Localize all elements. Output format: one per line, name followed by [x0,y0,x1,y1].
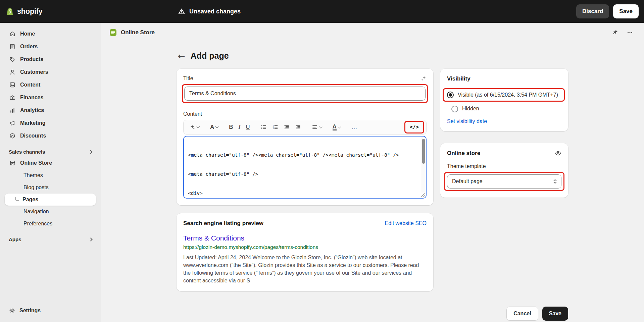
sidebar-item-orders[interactable]: Orders [5,40,96,53]
sidebar-item-settings[interactable]: Settings [5,302,96,319]
chevron-right-icon [89,150,92,154]
ellipsis-icon [627,29,633,36]
editor-scrollbar[interactable] [421,137,426,198]
online-store-card-title: Online store [447,150,480,157]
theme-template-select[interactable]: Default page [447,174,561,189]
bulleted-list-button[interactable] [259,123,268,131]
page-title: Add page [191,51,229,61]
products-icon [9,56,16,63]
svg-text:3: 3 [273,127,274,129]
orders-icon [9,43,16,50]
finances-icon [9,94,16,101]
sidebar-item-analytics[interactable]: Analytics [5,104,96,117]
chevron-right-icon [89,237,92,241]
visibility-option-hidden[interactable]: Hidden [451,105,561,112]
visibility-option-visible[interactable]: Visible (as of 6/15/2024, 3:54 PM GMT+7) [447,91,560,99]
save-button-bottom[interactable]: Save [542,307,568,321]
page-footer-actions: Cancel Save [177,307,568,321]
online-store-icon [9,160,16,166]
sidebar-item-home[interactable]: Home [5,28,96,40]
theme-template-label: Theme template [447,163,561,169]
indent-button[interactable] [293,123,303,131]
title-input[interactable] [184,87,426,101]
annotation-box-theme-template: Default page [444,172,564,191]
numbered-list-icon: 123 [272,124,278,130]
sidebar-item-online-store[interactable]: Online Store [5,157,96,169]
sidebar-item-label: Customers [20,69,48,75]
breadcrumb[interactable]: Online Store [121,29,155,36]
magic-sparkle-icon[interactable] [420,75,427,82]
bold-button[interactable]: B [227,122,235,132]
cancel-button[interactable]: Cancel [506,307,538,321]
magic-dropdown[interactable] [188,123,201,131]
scrollbar-thumb[interactable] [422,139,425,164]
sidebar-item-label: Home [20,31,35,37]
sidebar-subitem-preferences[interactable]: Preferences [5,218,96,230]
sidebar-item-products[interactable]: Products [5,53,96,66]
sidebar-item-label: Content [20,82,40,88]
visibility-card-title: Visibility [447,75,561,82]
select-caret-icon [553,178,557,184]
resize-handle-icon[interactable] [420,193,425,197]
radio-unselected-icon[interactable] [451,106,458,112]
shopify-logo[interactable]: shopify [5,7,42,16]
sidebar-item-marketing[interactable]: Marketing [5,117,96,129]
text-style-dropdown[interactable]: A [208,122,220,132]
sidebar-subitem-blog-posts[interactable]: Blog posts [5,181,96,194]
marketing-icon [9,120,16,126]
sales-channels-header[interactable]: Sales channels [9,149,92,155]
sidebar-item-customers[interactable]: Customers [5,66,96,78]
sidebar-item-discounts[interactable]: Discounts [5,129,96,142]
sidebar-item-content[interactable]: Content [5,78,96,91]
discounts-icon [9,132,16,139]
page-subheader: Online Store [101,23,644,42]
indent-icon [295,124,301,130]
title-field-label: Title [183,75,193,82]
alignment-dropdown[interactable] [310,123,324,131]
main-area: Online Store ← Add page Title [101,23,644,322]
more-actions-button[interactable] [625,27,635,38]
topbar: shopify Unsaved changes Discard Save [0,0,644,23]
outdent-button[interactable] [282,123,291,131]
chevron-down-icon [319,125,322,128]
analytics-icon [9,107,16,114]
pin-icon [612,29,618,36]
content-code-editor[interactable]: <meta charset="utf-8" /><meta charset="u… [183,136,427,199]
annotation-box-title [182,84,428,103]
sidebar-item-label: Orders [20,44,38,50]
content-icon [9,82,16,88]
code-icon: </> [410,124,419,130]
edit-website-seo-link[interactable]: Edit website SEO [385,220,427,226]
more-options-button[interactable]: … [350,122,359,132]
radio-selected-icon[interactable] [447,92,454,98]
sidebar-subitem-themes[interactable]: Themes [5,169,96,181]
back-button[interactable]: ← [178,52,185,60]
numbered-list-button[interactable]: 123 [270,123,280,131]
shopify-bag-icon [5,7,14,16]
text-color-dropdown[interactable]: A [331,122,342,132]
seo-preview-card: Search engine listing preview Edit websi… [177,213,433,291]
italic-button[interactable]: I [237,122,242,132]
underline-button[interactable]: U [244,122,251,132]
save-button-top[interactable]: Save [613,4,639,18]
seo-preview-title: Terms & Conditions [183,234,427,242]
discard-button[interactable]: Discard [576,4,609,18]
chevron-down-icon [197,125,200,128]
sidebar-item-finances[interactable]: Finances [5,91,96,104]
code-view-button[interactable]: </> [408,123,420,131]
set-visibility-date-link[interactable]: Set visibility date [447,118,487,124]
eye-icon[interactable] [555,150,561,157]
sidebar-subitem-pages[interactable]: Pages [5,194,96,206]
sidebar: Home Orders Products Customers Content [0,23,101,322]
code-content[interactable]: <meta charset="utf-8" /><meta charset="u… [184,137,426,198]
chevron-down-icon [338,125,341,128]
pin-button[interactable] [610,27,621,38]
sidebar-subitem-navigation[interactable]: Navigation [5,206,96,218]
seo-preview-url: https://glozin-demo.myshopify.com/pages/… [183,244,427,250]
unsaved-changes-indicator: Unsaved changes [178,8,241,15]
content-field-label: Content [183,111,427,117]
gear-icon [9,307,15,314]
apps-header[interactable]: Apps [9,236,92,242]
annotation-box-code-button: </> [404,121,424,133]
sidebar-item-label: Marketing [20,120,46,126]
